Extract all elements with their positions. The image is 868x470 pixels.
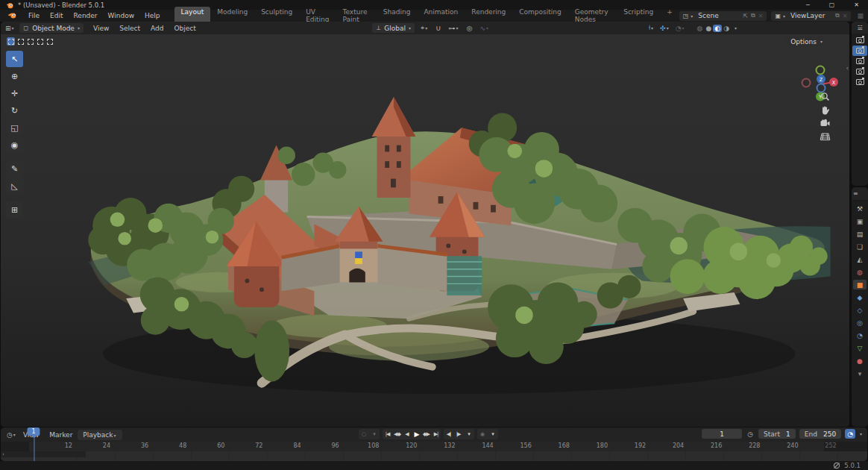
frame-back-button[interactable]: ◀| (444, 429, 453, 439)
show-overlays-toggle[interactable]: ✣▾ (658, 25, 671, 32)
cursor-tool[interactable]: ⊕ (6, 68, 23, 84)
pin-icon[interactable]: ⇱ (741, 13, 749, 19)
tab-scroll-more[interactable]: ▾ (853, 369, 867, 378)
app-menu-edit[interactable]: Edit (45, 10, 68, 21)
measure-tool[interactable]: ◺ (6, 178, 23, 194)
select-mode-extend[interactable] (16, 37, 25, 46)
sync-dropdown[interactable]: ▾ (860, 431, 862, 436)
delete-viewlayer-icon[interactable]: ✕ (841, 13, 849, 19)
tab-tool[interactable]: ⚒ (853, 204, 867, 213)
shading-rendered-button[interactable]: ◑ (722, 25, 731, 32)
play-button[interactable]: ▶ (412, 429, 421, 439)
step-dropdown[interactable]: ▾ (464, 429, 474, 439)
timeline-menu-playback[interactable]: Playback▾ (78, 430, 122, 440)
shading-solid-button[interactable]: ● (704, 25, 713, 32)
playhead[interactable]: 1 (27, 427, 40, 436)
tab-particles[interactable]: ◇ (853, 305, 867, 315)
tab-world[interactable]: ◍ (853, 267, 867, 277)
tab-modifiers[interactable]: ◆ (853, 292, 867, 302)
tab-output[interactable]: ▤ (853, 229, 867, 239)
properties-editor-icon[interactable]: ≡ (852, 190, 860, 197)
jump-to-start-button[interactable]: |◀ (383, 429, 392, 439)
snap-with-icon[interactable]: ⊶▾ (447, 25, 461, 32)
scene-name[interactable]: Scene (694, 12, 741, 19)
select-mode-set-new[interactable] (7, 37, 15, 46)
move-tool[interactable]: ✛ (6, 85, 23, 101)
window-close-button[interactable]: ✕ (854, 1, 859, 8)
tab-view-layer[interactable]: ❏ (853, 242, 867, 251)
timeline-editor-icon[interactable]: ◷▾ (5, 431, 18, 439)
proportional-editing-icon[interactable]: ◎ (465, 25, 474, 32)
transform-tool[interactable]: ◉ (6, 137, 23, 153)
preview-range-icon[interactable]: ◷ (746, 430, 755, 438)
new-viewlayer-icon[interactable]: ⧉ (834, 12, 841, 19)
tab-material[interactable]: ● (853, 356, 867, 366)
prev-keyframe-button[interactable]: ◀◆ (392, 429, 402, 439)
keying-set-icon[interactable]: ◉ (477, 429, 487, 439)
xray-toggle[interactable]: ◔▾ (674, 25, 687, 32)
app-menu-file[interactable]: File (23, 10, 45, 21)
viewport-menu-object[interactable]: Object (169, 23, 201, 34)
channel-expand-icon[interactable]: › (2, 451, 4, 457)
jump-to-end-button[interactable]: ▶| (431, 429, 441, 439)
viewport-menu-add[interactable]: Add (145, 23, 169, 34)
outliner-row-2[interactable] (852, 56, 867, 66)
frame-start-field[interactable]: Start1 (758, 429, 796, 439)
outliner-header[interactable]: ☱ (852, 22, 868, 34)
show-gizmo-toggle[interactable]: ⍿▾ (647, 24, 655, 32)
timeline-ruler[interactable]: 1224364860728496108120132144156168180192… (1, 442, 867, 451)
select-mode-invert[interactable] (36, 37, 44, 46)
options-button[interactable]: Options ▾ (785, 37, 828, 46)
frame-forward-button[interactable]: |▶ (453, 429, 463, 439)
snap-target-icon[interactable]: ⌖▾ (419, 24, 430, 32)
region-collapse-arrow[interactable]: ‹ (846, 64, 849, 72)
render-visibility-camera-icon[interactable] (856, 69, 864, 75)
tab-object[interactable]: ■ (853, 280, 867, 289)
app-menu-render[interactable]: Render (69, 10, 103, 21)
timeline-menu-marker[interactable]: Marker (44, 430, 78, 440)
viewport-menu-view[interactable]: View (88, 23, 114, 34)
frame-end-field[interactable]: End250 (799, 429, 841, 439)
shading-dropdown[interactable]: ▾ (735, 25, 737, 31)
snap-magnet-icon[interactable]: ∪ (434, 24, 442, 32)
playback-sync-button[interactable]: ◔ (845, 429, 855, 439)
new-scene-icon[interactable]: ⧉ (749, 12, 757, 19)
current-frame-field[interactable]: 1 (702, 429, 742, 439)
scale-tool[interactable]: ◱ (6, 119, 23, 136)
outliner-editor-icon[interactable]: ☱ (855, 25, 864, 31)
viewlayer-name[interactable]: ViewLayer (786, 12, 834, 19)
window-minimize-button[interactable]: ─ (806, 1, 810, 8)
tab-render[interactable]: ▣ (853, 216, 867, 226)
outliner-row-1[interactable] (852, 46, 867, 56)
scene-selector[interactable]: ◳ ▾ Scene ⇱ ⧉ ✕ (679, 11, 767, 21)
perspective-toggle-button[interactable] (817, 128, 833, 145)
auto-keying-button[interactable]: ○ (359, 429, 368, 439)
tab-scene[interactable]: ◭ (853, 254, 867, 264)
transform-orientation-selector[interactable]: ⟂ Global ▾ (372, 23, 415, 33)
blender-menu-logo-icon[interactable] (7, 12, 17, 19)
tab-physics[interactable]: ◎ (853, 318, 867, 328)
delete-scene-icon[interactable]: ✕ (757, 13, 765, 19)
outliner-row-0[interactable] (852, 35, 867, 46)
app-menu-window[interactable]: Window (103, 10, 140, 21)
select-mode-subtract[interactable] (26, 37, 34, 46)
mode-selector[interactable]: ◻ Object Mode ▾ (19, 23, 84, 33)
app-menu-help[interactable]: Help (139, 10, 166, 21)
rotate-tool[interactable]: ↻ (6, 102, 23, 119)
shading-material-preview-button[interactable]: ◐ (713, 25, 722, 32)
navigation-gizmo[interactable]: Z X Y (802, 49, 840, 91)
window-maximize-button[interactable]: ▢ (829, 1, 835, 8)
editor-type-button[interactable]: ⊞▾ (4, 25, 16, 32)
extensions-status-icon[interactable]: ▦ (855, 12, 865, 19)
shading-wireframe-button[interactable]: ◍ (696, 25, 705, 32)
render-visibility-camera-icon[interactable] (856, 79, 864, 85)
next-keyframe-button[interactable]: ◆▶ (421, 429, 431, 439)
select-mode-intersect[interactable] (45, 37, 54, 46)
keying-set-dropdown[interactable]: ▾ (488, 429, 497, 439)
timeline-tracks[interactable]: › (1, 451, 867, 461)
viewlayer-selector[interactable]: ▣ ▾ ViewLayer ⧉ ✕ (771, 11, 851, 21)
tab-data[interactable]: ▽ (853, 343, 867, 353)
viewport-menu-select[interactable]: Select (114, 23, 145, 34)
render-visibility-camera-icon[interactable] (856, 58, 864, 64)
render-visibility-camera-icon[interactable] (856, 37, 864, 43)
